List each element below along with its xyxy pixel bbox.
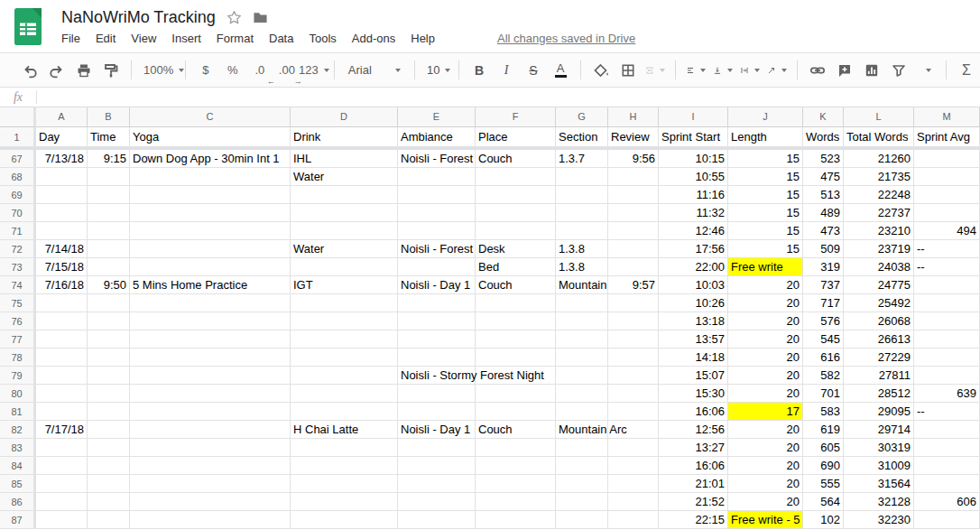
- cell-J86[interactable]: 20: [728, 493, 803, 511]
- cell-J72[interactable]: 15: [728, 240, 803, 258]
- menu-help[interactable]: Help: [411, 32, 435, 45]
- cell-I67[interactable]: 10:15: [659, 150, 728, 168]
- cell-D82[interactable]: H Chai Latte: [291, 421, 398, 439]
- cell-K82[interactable]: 619: [803, 421, 844, 439]
- cell-G83[interactable]: [556, 439, 608, 457]
- cell-D69[interactable]: [291, 186, 398, 204]
- cell-F85[interactable]: [476, 475, 556, 493]
- insert-link-button[interactable]: [808, 59, 827, 82]
- cell-K80[interactable]: 701: [803, 385, 844, 403]
- cell-J76[interactable]: 20: [728, 312, 803, 330]
- cell-F67[interactable]: Couch: [476, 150, 556, 168]
- cell-I83[interactable]: 13:27: [659, 439, 728, 457]
- cell-B79[interactable]: [88, 367, 130, 385]
- cell-G80[interactable]: [556, 385, 608, 403]
- cell-B85[interactable]: [88, 475, 130, 493]
- cell-A86[interactable]: [36, 493, 88, 511]
- cell-B76[interactable]: [88, 312, 130, 330]
- cell-A83[interactable]: [36, 439, 88, 457]
- cell-K70[interactable]: 489: [803, 204, 844, 222]
- cell-A68[interactable]: [36, 168, 88, 186]
- cell-M73[interactable]: --: [914, 258, 980, 276]
- cell-E81[interactable]: [398, 403, 476, 421]
- cell-K75[interactable]: 717: [803, 294, 844, 312]
- cell-B78[interactable]: [88, 349, 130, 367]
- cell-J74[interactable]: 20: [728, 276, 803, 294]
- cell-K87[interactable]: 102: [803, 511, 844, 529]
- menu-edit[interactable]: Edit: [96, 32, 116, 45]
- cell-L86[interactable]: 32128: [844, 493, 914, 511]
- cell-E79[interactable]: Noisli - Stormy Forest Night: [398, 367, 476, 385]
- cell-A77[interactable]: [36, 330, 88, 349]
- cell-M69[interactable]: [914, 186, 980, 204]
- cell-A71[interactable]: [36, 222, 88, 240]
- cell-B87[interactable]: [88, 511, 130, 529]
- cell-J87[interactable]: Free write - 5 min: [728, 511, 803, 529]
- undo-button[interactable]: [20, 59, 40, 82]
- cell-K73[interactable]: 319: [803, 258, 844, 276]
- cell-D83[interactable]: [291, 439, 398, 457]
- cell-A73[interactable]: 7/15/18: [36, 258, 88, 276]
- cell-A72[interactable]: 7/14/18: [36, 240, 88, 258]
- cell-M1[interactable]: Sprint Avg: [914, 127, 980, 147]
- move-to-folder-icon[interactable]: [253, 10, 268, 25]
- cell-D84[interactable]: [291, 457, 398, 475]
- cell-B70[interactable]: [88, 204, 130, 222]
- cell-C73[interactable]: [130, 258, 291, 276]
- cell-C70[interactable]: [130, 204, 291, 222]
- cell-M83[interactable]: [914, 439, 980, 457]
- cell-K76[interactable]: 576: [803, 312, 844, 330]
- cell-J68[interactable]: 15: [728, 168, 803, 186]
- cell-C1[interactable]: Yoga: [130, 127, 291, 147]
- cell-J75[interactable]: 20: [728, 294, 803, 312]
- cell-G67[interactable]: 1.3.7: [556, 150, 608, 168]
- cell-C72[interactable]: [130, 240, 291, 258]
- row-header-76[interactable]: 76: [0, 312, 36, 330]
- cell-H1[interactable]: Review: [608, 127, 659, 147]
- print-button[interactable]: [74, 59, 94, 82]
- cell-M87[interactable]: [914, 511, 980, 529]
- cell-B1[interactable]: Time: [88, 127, 130, 147]
- cell-I81[interactable]: 16:06: [659, 403, 728, 421]
- cell-M74[interactable]: [914, 276, 980, 294]
- cell-A87[interactable]: [36, 511, 88, 529]
- cell-C84[interactable]: [130, 457, 291, 475]
- cell-I68[interactable]: 10:55: [659, 168, 728, 186]
- cell-E78[interactable]: [398, 349, 476, 367]
- cell-B68[interactable]: [88, 168, 130, 186]
- decrease-decimal-button[interactable]: .0←: [250, 59, 270, 82]
- document-title[interactable]: NaNoWriMo Tracking: [61, 8, 216, 27]
- cell-K74[interactable]: 737: [803, 276, 844, 294]
- cell-I76[interactable]: 13:18: [659, 312, 728, 330]
- cell-L83[interactable]: 30319: [844, 439, 914, 457]
- cell-G72[interactable]: 1.3.8: [556, 240, 608, 258]
- cell-L74[interactable]: 24775: [844, 276, 914, 294]
- cell-B81[interactable]: [88, 403, 130, 421]
- cell-F84[interactable]: [476, 457, 556, 475]
- cell-D76[interactable]: [291, 312, 398, 330]
- horizontal-align-select[interactable]: [686, 59, 706, 82]
- row-header-78[interactable]: 78: [0, 349, 36, 367]
- cell-J83[interactable]: 20: [728, 439, 803, 457]
- row-header-84[interactable]: 84: [0, 457, 36, 475]
- cell-E67[interactable]: Noisli - Forest Night: [398, 150, 476, 168]
- cell-F1[interactable]: Place: [476, 127, 556, 147]
- row-header-79[interactable]: 79: [0, 367, 36, 385]
- cell-G87[interactable]: [556, 511, 608, 529]
- column-header-B[interactable]: B: [88, 107, 130, 127]
- cell-G77[interactable]: [556, 330, 608, 349]
- cell-A81[interactable]: [36, 403, 88, 421]
- cell-J77[interactable]: 20: [728, 330, 803, 349]
- cell-A82[interactable]: 7/17/18: [36, 421, 88, 439]
- cell-H85[interactable]: [608, 475, 659, 493]
- row-header-72[interactable]: 72: [0, 240, 36, 258]
- cell-M72[interactable]: --: [914, 240, 980, 258]
- cell-J69[interactable]: 15: [728, 186, 803, 204]
- cell-J73[interactable]: Free write: [728, 258, 803, 276]
- cell-I82[interactable]: 12:56: [659, 421, 728, 439]
- filter-views-select[interactable]: [916, 59, 936, 82]
- cell-F71[interactable]: [476, 222, 556, 240]
- cell-K77[interactable]: 545: [803, 330, 844, 349]
- cell-J80[interactable]: 20: [728, 385, 803, 403]
- column-header-F[interactable]: F: [476, 107, 556, 127]
